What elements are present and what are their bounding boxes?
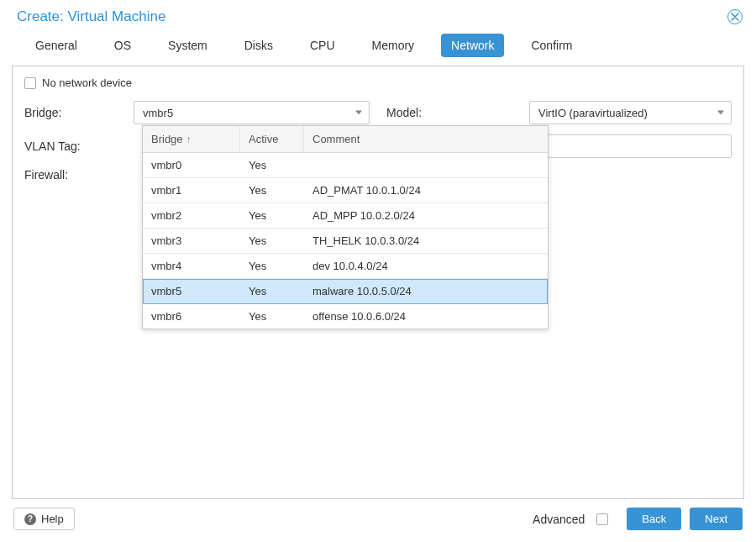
bridge-option-vmbr6[interactable]: vmbr6Yesoffense 10.0.6.0/24: [143, 304, 548, 329]
back-button[interactable]: Back: [627, 508, 681, 530]
cell-comment: offense 10.0.6.0/24: [304, 304, 548, 329]
help-label: Help: [41, 513, 64, 525]
close-icon: [731, 13, 739, 21]
cell-active: Yes: [240, 304, 304, 329]
dialog-footer: ? Help Advanced Back Next: [0, 499, 756, 542]
col-header-bridge[interactable]: Bridge ↑: [143, 126, 240, 152]
cell-active: Yes: [240, 153, 304, 177]
model-label: Model:: [386, 106, 529, 119]
col-header-active-label: Active: [249, 133, 278, 145]
tab-cpu[interactable]: CPU: [300, 34, 345, 57]
cell-active: Yes: [240, 279, 304, 303]
bridge-option-vmbr0[interactable]: vmbr0Yes: [143, 153, 548, 178]
chevron-down-icon: [355, 111, 362, 115]
tab-system[interactable]: System: [158, 34, 218, 57]
bridge-option-vmbr1[interactable]: vmbr1YesAD_PMAT 10.0.1.0/24: [143, 178, 548, 203]
cell-bridge: vmbr5: [143, 279, 240, 303]
col-header-comment-label: Comment: [312, 133, 360, 145]
wizard-tabs: GeneralOSSystemDisksCPUMemoryNetworkConf…: [0, 29, 756, 66]
cell-active: Yes: [240, 229, 304, 253]
macaddr-input[interactable]: [529, 134, 732, 158]
cell-comment: malware 10.0.5.0/24: [304, 279, 548, 303]
create-vm-dialog: Create: Virtual Machine GeneralOSSystemD…: [0, 0, 756, 542]
cell-bridge: vmbr6: [143, 304, 240, 329]
cell-comment: AD_PMAT 10.0.1.0/24: [304, 178, 548, 203]
tab-general[interactable]: General: [25, 34, 87, 57]
next-button[interactable]: Next: [690, 508, 743, 530]
bridge-option-vmbr3[interactable]: vmbr3YesTH_HELK 10.0.3.0/24: [143, 229, 548, 254]
col-header-bridge-label: Bridge: [151, 133, 183, 145]
col-header-comment[interactable]: Comment: [304, 126, 548, 152]
dialog-body: No network device Bridge: Model:: [12, 66, 744, 499]
tab-os[interactable]: OS: [104, 34, 141, 57]
model-input[interactable]: [537, 106, 711, 120]
no-network-checkbox[interactable]: [24, 77, 36, 89]
tab-network[interactable]: Network: [441, 34, 504, 57]
tab-confirm[interactable]: Confirm: [521, 34, 582, 57]
cell-bridge: vmbr0: [143, 153, 240, 177]
cell-comment: AD_MPP 10.0.2.0/24: [304, 203, 548, 228]
bridge-dropdown: Bridge ↑ Active Comment vmbr0Yesvmbr1Yes…: [142, 125, 549, 329]
bridge-label: Bridge:: [24, 106, 134, 119]
firewall-label: Firewall:: [24, 168, 134, 182]
cell-comment: dev 10.0.4.0/24: [304, 254, 548, 278]
help-button[interactable]: ? Help: [13, 508, 75, 530]
bridge-dropdown-header: Bridge ↑ Active Comment: [143, 126, 548, 153]
no-network-row: No network device: [24, 76, 732, 89]
sort-asc-icon: ↑: [186, 134, 192, 145]
no-network-label: No network device: [42, 76, 132, 89]
model-combobox[interactable]: [529, 101, 732, 124]
close-button[interactable]: [727, 9, 743, 24]
cell-bridge: vmbr1: [143, 178, 240, 203]
cell-bridge: vmbr2: [143, 203, 240, 228]
col-header-active[interactable]: Active: [240, 126, 304, 152]
cell-comment: TH_HELK 10.0.3.0/24: [304, 229, 548, 253]
bridge-combobox[interactable]: [134, 101, 370, 124]
cell-bridge: vmbr3: [143, 229, 240, 253]
bridge-option-vmbr2[interactable]: vmbr2YesAD_MPP 10.0.2.0/24: [143, 203, 548, 229]
cell-active: Yes: [240, 254, 304, 278]
cell-active: Yes: [240, 203, 304, 228]
bridge-dropdown-body: vmbr0Yesvmbr1YesAD_PMAT 10.0.1.0/24vmbr2…: [143, 153, 548, 329]
vlan-label: VLAN Tag:: [24, 139, 134, 153]
bridge-input[interactable]: [141, 106, 349, 120]
bridge-model-row: Bridge: Model:: [24, 101, 732, 124]
cell-comment: [304, 153, 548, 177]
chevron-down-icon: [717, 111, 724, 115]
dialog-title: Create: Virtual Machine: [17, 8, 727, 25]
help-icon: ?: [24, 513, 36, 525]
advanced-checkbox[interactable]: [596, 513, 608, 525]
tab-memory[interactable]: Memory: [362, 34, 425, 57]
bridge-option-vmbr5[interactable]: vmbr5Yesmalware 10.0.5.0/24: [143, 279, 548, 304]
tab-disks[interactable]: Disks: [234, 34, 283, 57]
bridge-option-vmbr4[interactable]: vmbr4Yesdev 10.0.4.0/24: [143, 254, 548, 279]
cell-bridge: vmbr4: [143, 254, 240, 278]
dialog-header: Create: Virtual Machine: [0, 0, 756, 29]
cell-active: Yes: [240, 178, 304, 203]
advanced-label: Advanced: [533, 513, 585, 526]
